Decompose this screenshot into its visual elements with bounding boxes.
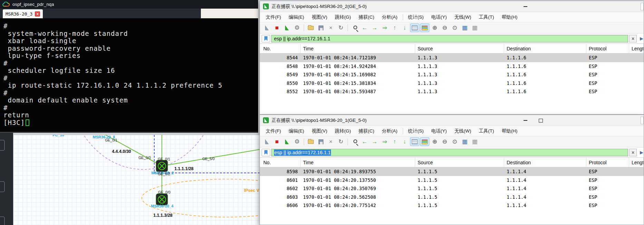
filter-clear-icon[interactable]: × (629, 149, 637, 156)
menu-capture[interactable]: 捕获(C) (355, 127, 378, 136)
minimize-button[interactable] (519, 2, 531, 11)
menu-go[interactable]: 跳转(G) (331, 127, 355, 136)
zoom-in-icon[interactable]: ⊕ (430, 23, 439, 32)
titlebar-button-cut[interactable] (641, 3, 644, 10)
start-capture-icon[interactable] (262, 23, 272, 32)
window-titlebar[interactable]: 正在捕获 \\.\pipe\topo1-MSR36-20_1(GE_5-0) (260, 115, 644, 126)
capture-options-icon[interactable]: ⚙ (292, 137, 302, 146)
open-file-icon[interactable] (306, 137, 315, 146)
first-packet-icon[interactable]: ↑ (390, 23, 399, 32)
reload-icon[interactable]: ↻ (336, 137, 345, 146)
goto-packet-icon[interactable]: ⇒ (380, 23, 389, 32)
column-header-length[interactable]: Length (629, 158, 644, 167)
menu-help[interactable]: 帮助(H) (498, 13, 521, 22)
start-capture-icon[interactable] (262, 137, 272, 146)
menu-telephony[interactable]: 电话(Y) (428, 13, 451, 22)
colorize-icon[interactable] (420, 23, 429, 32)
close-file-icon[interactable]: × (326, 137, 335, 146)
menu-help[interactable]: 帮助(H) (498, 127, 521, 136)
column-header-destination[interactable]: Destination (504, 44, 586, 53)
menu-telephony[interactable]: 电话(Y) (428, 127, 451, 136)
filter-apply-icon[interactable]: ▶ (638, 35, 644, 42)
console-tab-msr36-20-3[interactable]: MSR36-20_3 × (3, 9, 43, 18)
tab-close-icon[interactable]: × (35, 11, 40, 17)
column-header-time[interactable]: Time (301, 158, 415, 167)
packet-row[interactable]: 85981970-01-01 08:24:19.8937551.1.1.51.1… (260, 167, 644, 176)
back-icon[interactable]: ← (360, 23, 369, 32)
router-icon-msr36-20-2[interactable] (156, 160, 168, 172)
window-titlebar[interactable]: 正在捕获 \\.\pipe\topo1-MSR36-20_2(GE_5-0) (260, 1, 644, 12)
colorize-icon[interactable] (420, 137, 429, 146)
filter-clear-icon[interactable]: × (629, 35, 637, 42)
menu-go[interactable]: 跳转(G) (331, 13, 355, 22)
packet-row[interactable]: 86061970-01-01 08:24:20.7751421.1.1.51.1… (260, 201, 644, 210)
packet-row[interactable]: 85481970-01-01 08:24:14.9242841.1.1.31.1… (260, 62, 644, 71)
zoom-original-icon[interactable]: ⊙ (450, 137, 459, 146)
first-packet-icon[interactable]: ↑ (390, 137, 399, 146)
column-header-no[interactable]: No. (260, 158, 301, 167)
last-packet-icon[interactable]: ↓ (400, 23, 409, 32)
menu-view[interactable]: 视图(V) (308, 13, 331, 22)
minimize-button[interactable] (519, 116, 531, 125)
column-header-time[interactable]: Time (301, 44, 415, 53)
menu-analyze[interactable]: 分析(A) (378, 127, 401, 136)
packet-row[interactable]: 85501970-01-01 08:24:15.3818341.1.1.31.1… (260, 79, 644, 88)
titlebar-button-cut[interactable] (641, 117, 644, 124)
resize-columns-icon[interactable]: ▦ (460, 23, 469, 32)
zoom-in-icon[interactable]: ⊕ (430, 137, 439, 146)
menu-file[interactable]: 文件(F) (262, 127, 285, 136)
zoom-out-icon[interactable]: ⊖ (440, 137, 449, 146)
menu-wireless[interactable]: 无线(W) (451, 127, 475, 136)
back-icon[interactable]: ← (360, 137, 369, 146)
column-header-source[interactable]: Source (415, 44, 504, 53)
profile-table-icon[interactable]: ▦ (470, 137, 479, 146)
forward-icon[interactable]: → (370, 137, 379, 146)
column-header-length[interactable]: Length (629, 44, 644, 53)
column-header-no[interactable]: No. (260, 44, 301, 53)
sidebar-tool-icon[interactable] (0, 181, 5, 192)
router-icon-msr36-20-4[interactable] (156, 194, 168, 205)
goto-packet-icon[interactable]: ⇒ (380, 137, 389, 146)
filter-bookmark-button[interactable] (262, 35, 270, 42)
menu-file[interactable]: 文件(F) (262, 13, 285, 22)
restart-capture-icon[interactable] (282, 137, 292, 146)
save-file-icon[interactable] (316, 23, 325, 32)
sidebar-tool-icon[interactable] (0, 216, 5, 225)
find-icon[interactable] (350, 137, 359, 146)
zoom-out-icon[interactable]: ⊖ (440, 23, 449, 32)
menu-view[interactable]: 视图(V) (308, 127, 331, 136)
terminal-output[interactable]: # system-working-mode standard xbar load… (0, 18, 258, 126)
save-file-icon[interactable] (316, 137, 325, 146)
filter-apply-icon[interactable]: ▶ (638, 149, 644, 156)
column-header-destination[interactable]: Destination (504, 158, 586, 167)
packet-row[interactable]: 86031970-01-01 08:24:20.5625081.1.1.51.1… (260, 193, 644, 202)
menu-analyze[interactable]: 分析(A) (378, 13, 401, 22)
stop-capture-icon[interactable]: ■ (272, 137, 282, 146)
sidebar-tool-icon[interactable] (0, 140, 5, 151)
auto-scroll-icon[interactable] (410, 23, 419, 32)
packet-row[interactable]: 85491970-01-01 08:24:15.1690821.1.1.31.1… (260, 70, 644, 79)
forward-icon[interactable]: → (370, 23, 379, 32)
menu-statistics[interactable]: 统计(S) (404, 127, 428, 136)
reload-icon[interactable]: ↻ (336, 23, 345, 32)
open-file-icon[interactable] (306, 23, 315, 32)
column-header-source[interactable]: Source (415, 158, 504, 167)
capture-options-icon[interactable]: ⚙ (292, 23, 302, 32)
maximize-button[interactable] (535, 116, 547, 125)
display-filter-input[interactable]: esp || ip.addr==172.16.1.1 (271, 35, 628, 42)
menu-capture[interactable]: 捕获(C) (355, 13, 378, 22)
display-filter-input[interactable]: esp || ip.addr==172.16.1.1 (271, 149, 628, 156)
column-header-protocol[interactable]: Protocol (586, 158, 629, 167)
last-packet-icon[interactable]: ↓ (400, 137, 409, 146)
column-header-protocol[interactable]: Protocol (586, 44, 629, 53)
menu-edit[interactable]: 编辑(E) (285, 13, 308, 22)
menu-statistics[interactable]: 统计(S) (404, 13, 428, 22)
restart-capture-icon[interactable] (282, 23, 292, 32)
profile-table-icon[interactable]: ▦ (470, 23, 479, 32)
find-icon[interactable] (350, 23, 359, 32)
stop-capture-icon[interactable]: ■ (272, 23, 282, 32)
filter-bookmark-button[interactable] (262, 149, 270, 156)
menu-edit[interactable]: 编辑(E) (285, 127, 308, 136)
close-file-icon[interactable]: × (326, 23, 335, 32)
packet-row[interactable]: 85441970-01-01 08:24:14.7121891.1.1.31.1… (260, 53, 644, 62)
